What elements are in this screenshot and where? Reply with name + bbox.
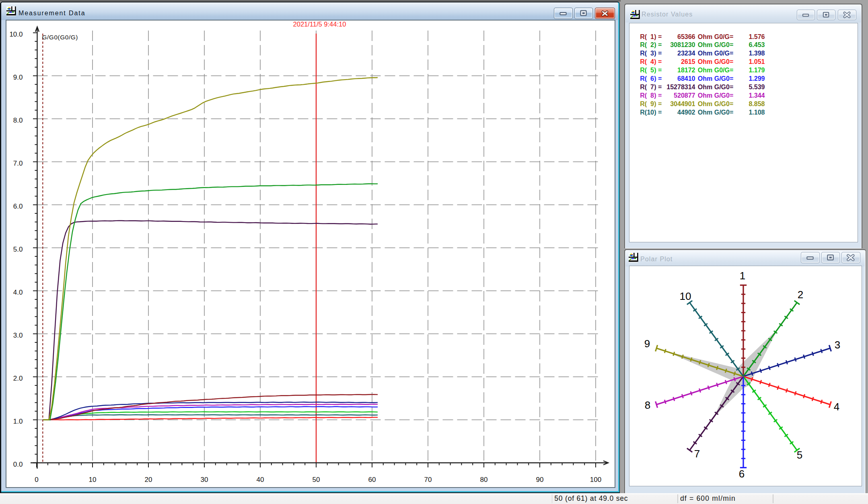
- svg-text:6: 6: [738, 468, 744, 480]
- svg-text:G/G0(G0/G): G/G0(G0/G): [42, 34, 78, 41]
- svg-text:90: 90: [536, 476, 543, 484]
- svg-text:2: 2: [797, 289, 803, 301]
- svg-text:2.0: 2.0: [13, 375, 23, 382]
- svg-text:0.0: 0.0: [13, 461, 23, 468]
- svg-text:10.0: 10.0: [9, 31, 23, 38]
- svg-text:60: 60: [368, 476, 376, 484]
- svg-text:0: 0: [35, 476, 38, 484]
- svg-text:40: 40: [256, 476, 264, 484]
- svg-text:6.0: 6.0: [13, 203, 23, 210]
- svg-text:1: 1: [739, 270, 745, 282]
- svg-text:8.0: 8.0: [13, 117, 23, 124]
- svg-text:4: 4: [833, 401, 839, 413]
- svg-text:5: 5: [796, 449, 802, 461]
- svg-text:3.0: 3.0: [13, 332, 23, 339]
- svg-text:7.0: 7.0: [13, 160, 23, 167]
- svg-text:10: 10: [88, 476, 96, 484]
- svg-text:100: 100: [590, 476, 601, 484]
- svg-text:8: 8: [644, 399, 650, 411]
- svg-text:9: 9: [644, 338, 650, 350]
- svg-text:1.0: 1.0: [13, 418, 23, 425]
- svg-text:30: 30: [200, 476, 208, 484]
- svg-text:4.0: 4.0: [13, 289, 23, 296]
- svg-text:20: 20: [144, 476, 152, 484]
- svg-text:70: 70: [424, 476, 432, 484]
- svg-text:7: 7: [694, 448, 699, 460]
- svg-text:5.0: 5.0: [13, 246, 23, 253]
- svg-text:9.0: 9.0: [13, 74, 23, 81]
- svg-text:2021/11/5 9:44:10: 2021/11/5 9:44:10: [293, 20, 346, 28]
- svg-text:3: 3: [834, 339, 840, 351]
- svg-text:80: 80: [480, 476, 487, 484]
- svg-text:10: 10: [679, 290, 691, 302]
- svg-text:50: 50: [312, 476, 320, 484]
